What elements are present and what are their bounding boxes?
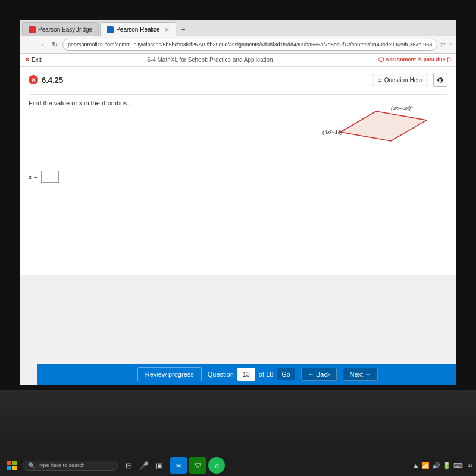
- left-bezel: [0, 18, 18, 387]
- address-bar-row: ← → ↻ ☆ ≡: [20, 36, 456, 53]
- taskbar-app-spotify[interactable]: ♫: [208, 457, 225, 474]
- svg-rect-5: [7, 466, 11, 470]
- battery-icon[interactable]: 🔋: [443, 462, 451, 469]
- wifi-icon[interactable]: 📶: [421, 462, 430, 469]
- new-tab-button[interactable]: +: [177, 24, 189, 34]
- answer-row: x =: [29, 171, 447, 183]
- error-icon: ✕: [29, 75, 38, 84]
- taskbar-search-label: Type here to search: [37, 462, 85, 468]
- taskbar-app-mail[interactable]: ✉: [170, 457, 187, 474]
- system-time: 1/: [468, 462, 472, 468]
- microphone-icon[interactable]: 🎤: [138, 459, 150, 471]
- tab-realize[interactable]: Pearson Realize ✕: [100, 22, 176, 36]
- svg-text:(4x²−18)°: (4x²−18)°: [322, 129, 345, 135]
- review-progress-button[interactable]: Review progress: [137, 367, 202, 381]
- tab-close-icon[interactable]: ✕: [165, 27, 170, 33]
- pearson-realize-icon: [107, 26, 114, 33]
- question-number-input[interactable]: [237, 368, 255, 381]
- back-button[interactable]: ← Back: [301, 368, 337, 381]
- right-bezel: [458, 18, 476, 387]
- question-nav-label: Question: [208, 371, 234, 378]
- pearson-easybridge-icon: [29, 26, 36, 33]
- laptop-frame: Pearson EasyBridge Pearson Realize ✕ + ←…: [0, 0, 476, 476]
- exit-button[interactable]: ✕ Exit: [24, 56, 42, 64]
- answer-input[interactable]: [41, 171, 59, 183]
- question-number-label: 6.4.25: [42, 76, 63, 84]
- main-content: ✕ 6.4.25 ≡ Question Help ⚙ Find th: [20, 67, 456, 275]
- back-nav-button[interactable]: ←: [23, 39, 34, 50]
- taskbar-search[interactable]: 🔍 Type here to search: [23, 461, 118, 471]
- svg-rect-3: [7, 461, 11, 465]
- svg-rect-6: [12, 466, 17, 470]
- gear-icon: ⚙: [437, 76, 444, 84]
- breadcrumb: 6-4 MathXL for School: Practice and Appl…: [147, 57, 273, 63]
- svg-marker-0: [340, 111, 427, 141]
- question-help-button[interactable]: ≡ Question Help: [372, 74, 428, 86]
- taskbar-app-shield[interactable]: 🛡: [189, 457, 206, 474]
- question-header: ✕ 6.4.25 ≡ Question Help ⚙: [29, 73, 447, 87]
- next-button[interactable]: Next →: [343, 368, 378, 381]
- total-questions-label: of 18: [259, 371, 273, 378]
- rhombus-diagram: (4x²−18)° (3x²−3x)°: [317, 99, 436, 155]
- refresh-nav-button[interactable]: ↻: [49, 39, 60, 50]
- svg-text:(3x²−3x)°: (3x²−3x)°: [391, 105, 413, 111]
- taskbar: 🔍 Type here to search ⊞ 🎤 ▣ ✉ 🛡 ♫ ▲ 📶 🔊 …: [0, 455, 476, 476]
- forward-nav-button[interactable]: →: [36, 39, 47, 50]
- tab-easybridge[interactable]: Pearson EasyBridge: [22, 22, 99, 36]
- exit-x-icon: ✕: [24, 56, 30, 64]
- tab-easybridge-label: Pearson EasyBridge: [38, 26, 92, 33]
- address-input[interactable]: [62, 39, 437, 51]
- exit-label: Exit: [32, 57, 42, 63]
- start-button[interactable]: [4, 457, 20, 474]
- network-icon[interactable]: ▲: [413, 462, 419, 469]
- speaker-icon[interactable]: 🔊: [432, 462, 440, 469]
- alert-bar: ✕ Exit 6-4 MathXL for School: Practice a…: [20, 54, 456, 67]
- taskbar-icons: ⊞ 🎤 ▣: [123, 459, 165, 471]
- assignment-alert: ⓘ Assignment is past due (1: [378, 56, 452, 64]
- tab-realize-label: Pearson Realize: [116, 26, 159, 33]
- system-tray-icons: ▲ 📶 🔊 🔋 ⌨: [413, 462, 464, 469]
- question-tools: ≡ Question Help ⚙: [372, 73, 447, 87]
- menu-icon[interactable]: ≡: [449, 40, 453, 49]
- question-number: ✕ 6.4.25: [29, 75, 63, 84]
- list-icon: ≡: [378, 77, 382, 83]
- windows-icon[interactable]: ▣: [154, 459, 165, 471]
- laptop-screen: Pearson EasyBridge Pearson Realize ✕ + ←…: [18, 18, 458, 387]
- divider: [29, 94, 447, 95]
- svg-rect-4: [12, 461, 17, 465]
- search-icon: 🔍: [28, 462, 35, 469]
- bookmark-icon[interactable]: ☆: [440, 40, 446, 49]
- answer-label: x =: [29, 173, 37, 180]
- browser-chrome: Pearson EasyBridge Pearson Realize ✕ + ←…: [20, 20, 456, 54]
- keyboard-icon[interactable]: ⌨: [453, 462, 463, 469]
- top-bezel: [0, 0, 476, 18]
- bottom-toolbar: Review progress Question of 18 Go ← Back…: [37, 364, 458, 385]
- go-button[interactable]: Go: [277, 368, 295, 380]
- taskbar-right: ▲ 📶 🔊 🔋 ⌨ 1/: [413, 462, 472, 469]
- question-navigation: Question of 18 Go: [208, 368, 295, 381]
- tab-bar: Pearson EasyBridge Pearson Realize ✕ +: [20, 20, 456, 36]
- settings-button[interactable]: ⚙: [433, 73, 447, 87]
- taskview-icon[interactable]: ⊞: [123, 459, 134, 471]
- question-diagram-area: Find the value of x in the rhombus. (4x²…: [29, 99, 447, 159]
